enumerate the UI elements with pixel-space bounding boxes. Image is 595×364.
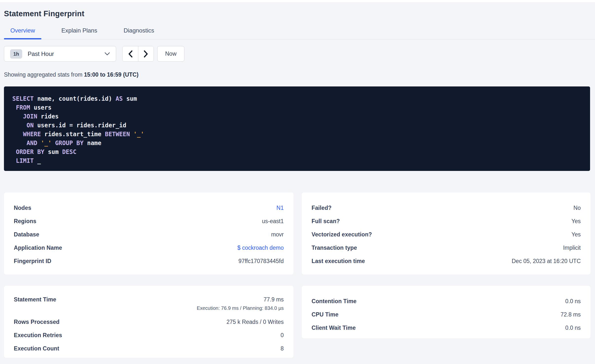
sql-keyword: JOIN [23, 113, 37, 120]
caption-prefix: Showing aggregated stats from [4, 71, 84, 78]
kv-label: Last execution time [312, 256, 365, 266]
kv-value-text: movr [271, 230, 284, 239]
sql-code: SELECT name, count(rides.id) AS sum FROM… [12, 94, 582, 165]
sql-keyword: DESC [62, 149, 76, 155]
sql-line: WHERE rides.start_time BETWEEN '_' [12, 130, 582, 139]
kv-label: Full scan? [312, 216, 340, 226]
kv-value-text: 275 k Reads / 0 Writes [227, 317, 284, 327]
kv-value: 0 [280, 330, 284, 340]
sql-text: name [84, 140, 101, 147]
time-step-buttons [122, 46, 154, 62]
kv-row: Execution Count8 [14, 342, 284, 355]
kv-value-text: 77.9 ms [197, 295, 284, 304]
card-wait-times: Contention Time0.0 nsCPU Time72.8 msClie… [302, 286, 591, 338]
stats-cards-row: Statement Time77.9 msExecution: 76.9 ms … [4, 286, 590, 358]
kv-value: 77.9 msExecution: 76.9 ms / Planning: 83… [197, 295, 284, 312]
caption-time-range: 15:00 to 16:59 (UTC) [84, 71, 139, 78]
sql-keyword: BETWEEN [105, 131, 130, 138]
kv-label: Nodes [14, 203, 31, 213]
kv-label: Statement Time [14, 295, 56, 304]
sql-text: users.id = rides.rider_id [34, 122, 126, 129]
sql-keyword: SELECT [12, 95, 34, 102]
kv-label: Vectorized execution? [312, 230, 372, 239]
sql-placeholder: '_' [133, 131, 144, 138]
kv-value-text[interactable]: $ cockroach demo [237, 243, 284, 253]
sql-text [12, 157, 16, 164]
chevron-down-icon [105, 52, 110, 55]
tab-overview[interactable]: Overview [4, 27, 41, 39]
now-button[interactable]: Now [157, 46, 184, 62]
kv-row: Last execution timeDec 05, 2023 at 16:20… [312, 254, 581, 268]
kv-value-text: 8 [280, 344, 284, 353]
kv-row: Failed?No [312, 201, 581, 215]
kv-value-text[interactable]: N1 [277, 203, 284, 213]
sql-line: JOIN rides [12, 112, 582, 121]
kv-value-subtext: Execution: 76.9 ms / Planning: 834.0 µs [197, 304, 284, 312]
sql-text: rides.start_time [41, 131, 105, 138]
sql-text [12, 149, 16, 155]
kv-label: CPU Time [312, 310, 338, 319]
sql-keyword: AS [116, 95, 123, 102]
kv-value-text: 0.0 ns [565, 323, 581, 333]
kv-value-text: 0 [280, 330, 284, 340]
kv-label: Client Wait Time [312, 323, 356, 333]
sql-line: SELECT name, count(rides.id) AS sum [12, 94, 582, 103]
time-controls: 1h Past Hour Now [0, 46, 595, 62]
kv-value: 97ffc170783445fd [238, 256, 284, 266]
aggregated-stats-caption: Showing aggregated stats from 15:00 to 1… [0, 71, 595, 78]
kv-value: 0.0 ns [565, 323, 581, 333]
sql-text: name, count(rides.id) [34, 95, 116, 102]
kv-value: 72.8 ms [560, 310, 581, 319]
kv-label: Failed? [312, 203, 332, 213]
kv-value-text: us-east1 [262, 216, 284, 226]
kv-value-text: 0.0 ns [565, 296, 581, 306]
kv-value-text: 97ffc170783445fd [238, 256, 284, 266]
kv-value: Implicit [563, 243, 581, 253]
sql-keyword: LIMIT [16, 157, 34, 164]
tab-bar: Overview Explain Plans Diagnostics [0, 27, 595, 39]
sql-keyword: AND [27, 140, 37, 147]
sql-text: rides [37, 113, 59, 120]
overview-cards-row: NodesN1Regionsus-east1DatabasemovrApplic… [4, 192, 590, 275]
kv-value: No [574, 203, 581, 213]
kv-value-text: Implicit [563, 243, 581, 253]
previous-interval-button[interactable] [122, 46, 138, 61]
sql-text [12, 122, 27, 129]
card-statement-times: Statement Time77.9 msExecution: 76.9 ms … [4, 286, 294, 358]
time-range-dropdown[interactable]: 1h Past Hour [4, 46, 116, 62]
sql-statement-box: SELECT name, count(rides.id) AS sum FROM… [4, 86, 590, 171]
sql-keyword: ORDER BY [16, 149, 44, 155]
kv-row: Execution Retries0 [14, 329, 284, 342]
kv-value-text: Dec 05, 2023 at 16:20 UTC [512, 256, 581, 266]
sql-text [12, 113, 23, 120]
sql-text [12, 131, 23, 138]
sql-line: ON users.id = rides.rider_id [12, 121, 582, 130]
kv-value: Yes [571, 216, 581, 226]
sql-placeholder: '_' [41, 140, 52, 147]
kv-row: Full scan?Yes [312, 215, 581, 228]
kv-value: Yes [571, 230, 581, 239]
next-interval-button[interactable] [138, 46, 154, 61]
kv-label: Regions [14, 216, 36, 226]
kv-label: Contention Time [312, 296, 357, 306]
kv-row: Rows Processed275 k Reads / 0 Writes [14, 315, 284, 329]
tab-diagnostics[interactable]: Diagnostics [117, 27, 160, 39]
sql-text [130, 131, 133, 138]
sql-keyword: WHERE [23, 131, 41, 138]
kv-value-link[interactable]: N1 [277, 203, 284, 213]
kv-row: Databasemovr [14, 228, 284, 241]
kv-label: Execution Retries [14, 330, 62, 340]
kv-row: Statement Time77.9 msExecution: 76.9 ms … [14, 295, 284, 315]
sql-text [12, 140, 27, 147]
sql-text [37, 140, 41, 147]
kv-value-link[interactable]: $ cockroach demo [237, 243, 284, 253]
card-execution-attributes: Failed?NoFull scan?YesVectorized executi… [302, 192, 591, 275]
kv-row: Client Wait Time0.0 ns [312, 321, 581, 334]
sql-line: AND '_' GROUP BY name [12, 139, 582, 148]
page-top-strip [0, 0, 595, 2]
tab-explain-plans[interactable]: Explain Plans [55, 27, 104, 39]
chevron-left-icon [128, 50, 133, 58]
kv-value-text: Yes [571, 216, 581, 226]
kv-value: Dec 05, 2023 at 16:20 UTC [512, 256, 581, 266]
kv-row: NodesN1 [14, 201, 284, 215]
